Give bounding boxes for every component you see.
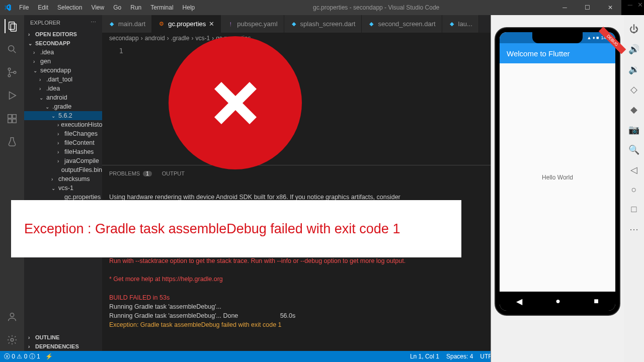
emu-minimize[interactable]: ─	[628, 1, 632, 9]
sidebar-title: EXPLORER⋯	[24, 15, 102, 30]
power-icon[interactable]: ⏻	[629, 24, 638, 35]
back-icon[interactable]: ◀	[516, 297, 522, 306]
editor-tab[interactable]: !pubspec.yaml	[221, 15, 284, 33]
tree-item[interactable]: outputFiles.bin	[24, 165, 102, 174]
tree-item[interactable]: ›javaCompile	[24, 156, 102, 165]
svg-point-10	[10, 313, 14, 317]
menu-selection[interactable]: Selection	[53, 2, 86, 13]
menu-terminal[interactable]: Terminal	[146, 2, 177, 13]
vscode-logo-icon	[0, 4, 15, 12]
window-title: gc.properties - secondapp - Visual Studi…	[199, 4, 553, 11]
phone-screen[interactable]: ▲ ♦ ■ 14:52 Welcome to Flutter Hello Wor…	[500, 32, 615, 311]
svg-rect-0	[9, 22, 15, 30]
app-content: Hello World	[500, 63, 615, 292]
output-tab[interactable]: OUTPUT	[162, 170, 185, 176]
phone-notch	[532, 32, 583, 43]
emu-close[interactable]: ✕	[637, 1, 643, 9]
error-overlay-banner: Exception : Gradle task assembleDebug fa…	[11, 200, 461, 257]
tree-item[interactable]: ⌄5.6.2	[24, 111, 102, 120]
overview-tool-icon[interactable]: □	[631, 204, 637, 215]
tree-item[interactable]: ›executionHistory	[24, 120, 102, 129]
editor-tab[interactable]: ◆lau...	[442, 15, 479, 33]
terminal-line: Running Gradle task 'assembleDebug'...	[109, 303, 221, 310]
maximize-button[interactable]: ☐	[576, 0, 599, 15]
emulator-body: DEBUG ▲ ♦ ■ 14:52 Welcome to Flutter Hel…	[491, 15, 624, 362]
sidebar: EXPLORER⋯ ›OPEN EDITORS ⌄SECONDAPP ›.ide…	[24, 15, 102, 351]
explorer-icon[interactable]	[5, 19, 19, 33]
rotate-right-icon[interactable]: ◆	[630, 104, 637, 115]
window-controls: ─ ☐ ✕	[553, 0, 621, 15]
svg-rect-9	[13, 115, 16, 118]
volume-down-icon[interactable]: 🔉	[628, 64, 639, 75]
terminal-line: Running Gradle task 'assembleDebug'... D…	[109, 312, 295, 319]
line-number: 1	[102, 44, 132, 55]
terminal-line: BUILD FAILED in 53s	[109, 294, 170, 301]
svg-point-4	[8, 74, 11, 77]
menu-edit[interactable]: Edit	[34, 2, 52, 13]
svg-point-3	[8, 68, 11, 70]
outline-section[interactable]: ›OUTLINE	[24, 333, 102, 342]
cursor-position[interactable]: Ln 1, Col 1	[410, 353, 439, 360]
editor-tab[interactable]: ◆main.dart	[102, 15, 152, 33]
workspace-root[interactable]: ⌄SECONDAPP	[24, 39, 102, 48]
open-editors-section[interactable]: ›OPEN EDITORS	[24, 30, 102, 39]
menu-go[interactable]: Go	[109, 2, 125, 13]
tree-item[interactable]: ›.dart_tool	[24, 75, 102, 84]
menu-view[interactable]: View	[87, 2, 108, 13]
rotate-left-icon[interactable]: ◇	[630, 84, 637, 95]
extensions-icon[interactable]	[5, 112, 19, 126]
source-control-icon[interactable]	[5, 65, 19, 79]
more-icon[interactable]: ⋯	[91, 19, 96, 26]
more-tool-icon[interactable]: ⋯	[629, 224, 638, 235]
test-icon[interactable]	[5, 135, 19, 149]
home-icon[interactable]: ●	[555, 297, 560, 306]
app-bar: Welcome to Flutter	[500, 43, 615, 63]
phone-frame: DEBUG ▲ ♦ ■ 14:52 Welcome to Flutter Hel…	[496, 28, 619, 315]
tree-item[interactable]: ⌄secondapp	[24, 66, 102, 75]
svg-rect-1	[11, 24, 16, 31]
error-overlay-icon	[169, 36, 302, 169]
close-button[interactable]: ✕	[599, 0, 621, 15]
indent[interactable]: Spaces: 4	[446, 353, 473, 360]
zoom-icon[interactable]: 🔍	[628, 144, 639, 155]
menu-run[interactable]: Run	[126, 2, 145, 13]
dependencies-section[interactable]: ›DEPENDENCIES	[24, 342, 102, 351]
terminal-line: Exception: Gradle task assembleDebug fai…	[109, 321, 282, 328]
tree-item[interactable]: ›.idea	[24, 84, 102, 93]
tree-item[interactable]: ›checksums	[24, 174, 102, 184]
tree-item[interactable]: ›gen	[24, 57, 102, 66]
tree-item[interactable]: ⌄vcs-1	[24, 184, 102, 193]
editor-tab[interactable]: ◆splash_screen.dart	[284, 15, 362, 33]
android-nav-bar: ◀ ● ■	[500, 292, 615, 311]
recent-icon[interactable]: ■	[594, 297, 599, 306]
account-icon[interactable]	[5, 310, 19, 324]
menu-file[interactable]: File	[15, 2, 33, 13]
emulator-window-controls: ─ ✕	[628, 1, 643, 9]
home-tool-icon[interactable]: ○	[631, 185, 637, 195]
tree-item[interactable]: ⌄.gradle	[24, 102, 102, 111]
run-debug-icon[interactable]	[5, 88, 19, 103]
camera-icon[interactable]: 📷	[628, 124, 639, 135]
minimize-button[interactable]: ─	[553, 0, 576, 15]
activity-bar	[0, 15, 24, 351]
tree-item[interactable]: ›fileChanges	[24, 129, 102, 138]
menu-help[interactable]: Help	[179, 2, 199, 13]
tree-item[interactable]: ›.idea	[24, 48, 102, 57]
editor-tab[interactable]: ⚙gc.properties ✕	[152, 15, 221, 33]
search-icon[interactable]	[5, 42, 19, 56]
settings-icon[interactable]	[5, 333, 19, 347]
status-errors[interactable]: ⓧ 0 ⚠ 0 ⓘ 1	[4, 352, 40, 361]
tree-item[interactable]: ›fileHashes	[24, 147, 102, 156]
tree-item[interactable]: ›fileContent	[24, 138, 102, 147]
editor-tab[interactable]: ◆second_screen.dart	[362, 15, 442, 33]
svg-rect-7	[8, 119, 12, 123]
svg-point-5	[14, 71, 16, 74]
back-tool-icon[interactable]: ◁	[630, 164, 637, 175]
terminal-line: * Get more help at https://help.gradle.o…	[109, 276, 223, 283]
emulator-toolbar: ⏻ 🔊 🔉 ◇ ◆ 📷 🔍 ◁ ○ □ ⋯	[624, 15, 644, 362]
problems-tab[interactable]: PROBLEMS1	[109, 170, 152, 176]
menu-bar: File Edit Selection View Go Run Terminal…	[15, 2, 199, 13]
flutter-status-icon[interactable]: ⚡	[45, 353, 53, 360]
volume-up-icon[interactable]: 🔊	[628, 44, 639, 55]
tree-item[interactable]: ⌄android	[24, 93, 102, 102]
